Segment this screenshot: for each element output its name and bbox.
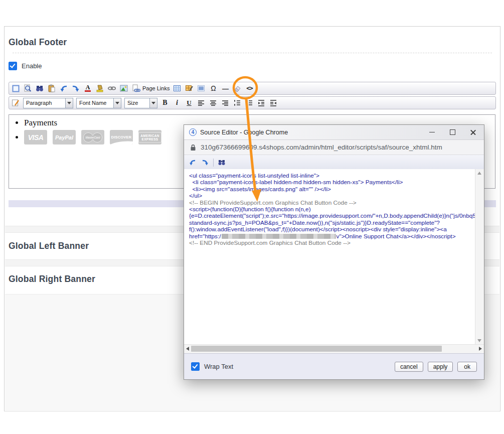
source-code-icon[interactable]: <>	[245, 84, 254, 93]
redo-icon[interactable]	[71, 84, 80, 93]
source-editor-toolbar	[184, 155, 484, 170]
insert-table-icon[interactable]	[173, 84, 182, 93]
minimize-icon[interactable]	[429, 132, 435, 133]
wrap-text-checkbox[interactable]	[191, 362, 200, 371]
scroll-up-icon[interactable]	[477, 172, 481, 175]
visa-card-icon: VISA	[24, 130, 47, 144]
chevron-down-icon[interactable]	[65, 98, 73, 108]
outdent-icon[interactable]	[269, 98, 278, 107]
horizontal-scrollbar[interactable]	[184, 344, 484, 353]
address-bar: 310g67366699609.s4shops.com/admin/html_e…	[184, 140, 484, 155]
code-line: </ul>	[189, 193, 474, 199]
size-dropdown[interactable]: Size	[124, 98, 157, 108]
wrap-text-label: Wrap Text	[204, 363, 233, 370]
edit-style-icon[interactable]	[11, 98, 20, 107]
source-code-textarea[interactable]: <ul class="payment-icons list-unstyled l…	[184, 169, 475, 345]
redacted-url-blur	[222, 234, 336, 239]
code-line: {e=D.createElement("script");e.src="http…	[189, 213, 474, 219]
chevron-down-icon[interactable]	[149, 98, 157, 108]
ok-button[interactable]: ok	[457, 362, 477, 372]
window-title: Source Editor - Google Chrome	[200, 129, 426, 136]
scroll-down-icon[interactable]	[477, 339, 481, 342]
close-icon[interactable]	[470, 129, 476, 135]
undo-icon[interactable]	[188, 158, 197, 167]
window-title-bar[interactable]: 4 Source Editor - Google Chrome	[184, 125, 484, 140]
code-line-redacted-href: href="https:/v">Online Support Chat</a><…	[189, 233, 474, 240]
enable-label: Enable	[22, 62, 42, 70]
page-links-icon[interactable]	[131, 84, 140, 93]
paragraph-dropdown[interactable]: Paragraph	[23, 98, 73, 108]
code-line: <ul class="payment-icons list-unstyled l…	[189, 173, 474, 179]
editor-toolbar-row2: Paragraph Font Name Size B i U	[9, 96, 496, 109]
apply-button[interactable]: apply	[428, 362, 453, 372]
image-icon[interactable]	[119, 84, 128, 93]
source-editor-window: 4 Source Editor - Google Chrome 310g6736…	[184, 124, 484, 380]
indent-icon[interactable]	[257, 98, 266, 107]
global-right-banner-heading: Global Right Banner	[9, 274, 95, 284]
code-line: <script>(function(D){function f(){functi…	[189, 206, 474, 213]
redo-icon[interactable]	[201, 158, 210, 167]
enable-checkbox[interactable]	[9, 62, 17, 70]
edit-table-icon[interactable]	[185, 84, 194, 93]
code-line: standard-sync.js?ps_h=POAB&ps_t="+Date.n…	[189, 220, 474, 226]
mastercard-card-icon: MasterCard	[81, 130, 104, 144]
fullscreen-icon[interactable]	[11, 84, 20, 93]
section-divider	[13, 53, 492, 53]
align-right-icon[interactable]	[221, 98, 230, 107]
editor-toolbar-row1: A Page Links Ω — <>	[9, 82, 496, 95]
paste-icon[interactable]	[47, 84, 56, 93]
code-line: <li><img src="assets/images/cards.png" a…	[189, 186, 474, 193]
ordered-list-icon[interactable]	[233, 98, 242, 107]
preview-icon[interactable]	[23, 84, 32, 93]
code-line-comment: <!-- BEGIN ProvideSupport.com Graphics C…	[189, 200, 474, 206]
amex-card-icon: AMERICAN EXPRESS	[138, 130, 161, 144]
source-code-panel: <ul class="payment-icons list-unstyled l…	[184, 169, 484, 345]
source-editor-footer: Wrap Text cancel apply ok	[184, 353, 484, 379]
toolbar-divider	[213, 159, 214, 167]
highlight-color-icon[interactable]	[95, 84, 104, 93]
global-footer-heading: Global Footer	[9, 37, 67, 48]
code-line: <li class="payment-icons-label hidden-md…	[189, 179, 474, 186]
special-character-icon[interactable]: Ω	[209, 84, 218, 93]
italic-button[interactable]: i	[173, 98, 182, 107]
scroll-left-icon[interactable]	[186, 347, 189, 351]
font-color-icon[interactable]: A	[83, 84, 92, 93]
lock-icon	[190, 144, 196, 151]
global-left-banner-heading: Global Left Banner	[9, 241, 89, 251]
eraser-icon[interactable]	[233, 84, 242, 93]
bold-button[interactable]: B	[160, 98, 170, 107]
maximize-icon[interactable]	[450, 129, 455, 135]
scroll-right-icon[interactable]	[479, 347, 482, 351]
chevron-down-icon[interactable]	[113, 98, 121, 108]
underline-button[interactable]: U	[185, 98, 194, 107]
horizontal-rule-icon[interactable]: —	[221, 84, 230, 93]
chrome-tab-number-icon: 4	[189, 128, 197, 136]
horizontal-lines-icon[interactable]	[197, 84, 206, 93]
undo-icon[interactable]	[59, 84, 68, 93]
scrollbar-thumb[interactable]	[191, 346, 442, 352]
page-links-label[interactable]: Page Links	[142, 85, 170, 91]
font-name-dropdown[interactable]: Font Name	[76, 98, 121, 108]
code-line: f():window.addEventListener("load",f)})(…	[189, 226, 474, 233]
paypal-card-icon: PayPal	[53, 130, 76, 144]
cancel-button[interactable]: cancel	[395, 362, 423, 372]
unordered-list-icon[interactable]	[245, 98, 254, 107]
align-center-icon[interactable]	[209, 98, 218, 107]
page-url: 310g67366699609.s4shops.com/admin/html_e…	[201, 143, 442, 151]
align-left-icon[interactable]	[197, 98, 206, 107]
link-icon[interactable]	[107, 84, 116, 93]
find-icon[interactable]	[217, 158, 226, 167]
vertical-scrollbar[interactable]	[475, 169, 484, 345]
code-line-comment: <!-- END ProvideSupport.com Graphics Cha…	[189, 240, 474, 246]
discover-card-icon: DISCOVER	[110, 130, 133, 144]
find-icon[interactable]	[35, 84, 44, 93]
